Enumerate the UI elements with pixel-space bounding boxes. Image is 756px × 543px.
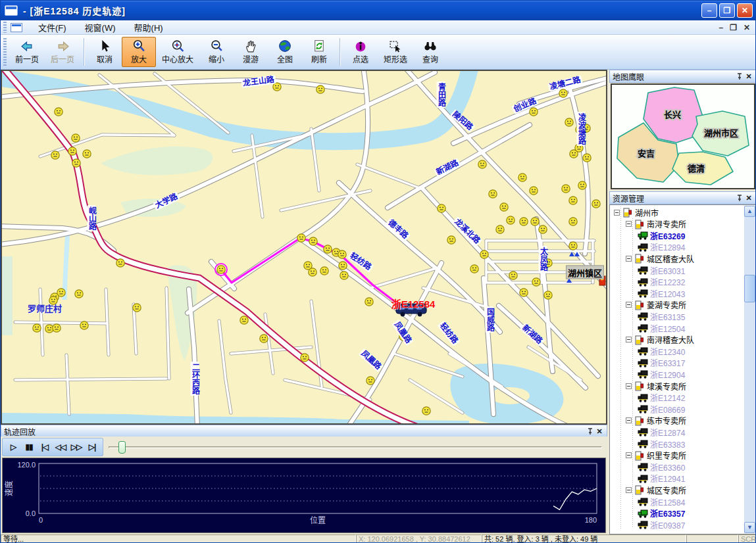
tree-vehicle-浙E12584[interactable]: 浙E12584	[638, 496, 685, 508]
toolbar-button-矩形选[interactable]: 矩形选	[378, 37, 413, 67]
tree-vehicle-浙E63269[interactable]: 浙E63269	[638, 229, 685, 241]
toolbar-button-全图[interactable]: 全图	[268, 37, 302, 67]
menu-grip[interactable]	[3, 22, 7, 33]
vehicle-smiley-marker[interactable]	[365, 298, 373, 306]
pause-button[interactable]: ▮▮	[21, 440, 37, 454]
vehicle-smiley-marker[interactable]	[33, 324, 41, 332]
vehicle-smiley-marker[interactable]	[532, 278, 540, 286]
vehicle-smiley-marker[interactable]	[544, 291, 552, 299]
tree-vehicle-浙E12340[interactable]: 浙E12340	[638, 345, 685, 357]
tree-vehicle-浙E12142[interactable]: 浙E12142	[638, 392, 685, 404]
vehicle-smiley-marker[interactable]	[507, 216, 515, 224]
vehicle-smiley-marker[interactable]	[55, 108, 63, 116]
minimize-button[interactable]: –	[701, 3, 717, 18]
vehicle-smiley-marker[interactable]	[569, 218, 577, 225]
vehicle-smiley-marker[interactable]	[592, 200, 600, 208]
map-canvas[interactable]	[2, 71, 606, 423]
tree-vehicle-浙E09387[interactable]: 浙E09387	[638, 519, 685, 531]
vehicle-smiley-marker[interactable]	[447, 236, 455, 244]
tree-node-练市专卖所[interactable]: 练市专卖所	[626, 415, 686, 427]
vehicle-smiley-marker[interactable]	[496, 225, 504, 233]
vehicle-smiley-marker[interactable]	[489, 190, 497, 198]
vehicle-smiley-marker[interactable]	[478, 160, 486, 168]
vehicle-smiley-marker[interactable]	[438, 204, 445, 212]
map-viewport[interactable]: 龙王山路青田路凌塘二路创业路陵阳路凌波塘路新湖路大学路岘山路德丰路龙溪北路太凤路…	[1, 70, 607, 425]
toolbar-button-前一页[interactable]: 前一页	[9, 37, 45, 67]
collapse-icon[interactable]	[626, 221, 632, 227]
vehicle-smiley-marker[interactable]	[297, 234, 305, 242]
collapse-icon[interactable]	[626, 383, 632, 389]
vehicle-smiley-marker[interactable]	[51, 151, 59, 159]
vehicle-smiley-marker[interactable]	[80, 321, 88, 329]
vehicle-smiley-marker[interactable]	[68, 147, 76, 155]
tree-node-城区稽查大队[interactable]: 城区稽查大队	[626, 252, 694, 264]
tree-node-南浔专卖所[interactable]: 南浔专卖所	[626, 218, 686, 230]
restore-button[interactable]: ❐	[719, 3, 735, 18]
vehicle-smiley-marker[interactable]	[562, 185, 570, 193]
toolbar-button-点选[interactable]: 点选	[343, 37, 378, 67]
scroll-up-icon[interactable]: ▲	[744, 206, 755, 217]
menu-item-2[interactable]: 帮助(H)	[125, 20, 172, 35]
vehicle-smiley-marker[interactable]	[366, 377, 374, 385]
toolbar-button-刷新[interactable]: 刷新	[302, 37, 336, 67]
tree-vehicle-浙E12874[interactable]: 浙E12874	[638, 426, 685, 438]
skip-end-button[interactable]: ▷|	[84, 440, 100, 454]
tree-scrollbar[interactable]: ▲ ▼	[744, 206, 755, 533]
vehicle-smiley-marker[interactable]	[500, 203, 508, 211]
toolbar-button-漫游[interactable]: 漫游	[234, 37, 268, 67]
tree-vehicle-浙E12894[interactable]: 浙E12894	[638, 241, 685, 253]
tree-vehicle-浙E63357[interactable]: 浙E63357	[638, 508, 685, 519]
vehicle-smiley-marker[interactable]	[309, 268, 316, 276]
tree-vehicle-浙E63383[interactable]: 浙E63383	[638, 438, 685, 450]
vehicle-smiley-marker[interactable]	[530, 187, 538, 195]
toolbar-button-查询[interactable]: 查询	[413, 37, 447, 67]
tree-vehicle-浙E12504[interactable]: 浙E12504	[638, 322, 685, 334]
toolbar-button-后一页[interactable]: 后一页	[45, 37, 80, 67]
resource-close-icon[interactable]: ✕	[744, 193, 753, 202]
vehicle-tree[interactable]: 湖州市南浔专卖所浙E63269浙E12894城区稽查大队浙E63031浙E122…	[609, 204, 756, 534]
vehicle-smiley-marker[interactable]	[520, 289, 528, 296]
tree-vehicle-浙E08669[interactable]: 浙E08669	[638, 403, 685, 415]
rewind-button[interactable]: ◁◁	[53, 440, 68, 454]
vehicle-smiley-marker[interactable]	[569, 197, 577, 204]
vehicle-smiley-marker[interactable]	[116, 259, 124, 267]
toolbar-button-取消[interactable]: 取消	[88, 37, 122, 67]
tree-vehicle-浙E63135[interactable]: 浙E63135	[638, 310, 685, 322]
collapse-icon[interactable]	[626, 417, 632, 423]
tree-node-埭溪专卖所[interactable]: 埭溪专卖所	[626, 380, 686, 392]
mdi-close-button[interactable]: ✕	[743, 23, 750, 32]
vehicle-smiley-marker[interactable]	[520, 218, 528, 225]
tree-node-织里专卖所[interactable]: 织里专卖所	[626, 450, 686, 461]
vehicle-smiley-marker[interactable]	[83, 150, 91, 158]
tree-vehicle-浙E12941[interactable]: 浙E12941	[638, 473, 685, 484]
tree-vehicle-浙E63317[interactable]: 浙E63317	[638, 357, 685, 369]
overview-map[interactable]: 长兴湖州市区安吉德清	[611, 83, 755, 189]
play-button[interactable]: ▷	[5, 440, 21, 454]
overview-close-icon[interactable]: ✕	[744, 72, 753, 81]
vehicle-smiley-marker[interactable]	[569, 242, 577, 250]
pin-icon[interactable]	[735, 72, 744, 81]
slider-thumb[interactable]	[118, 441, 126, 454]
vehicle-smiley-marker[interactable]	[338, 250, 346, 258]
collapse-icon[interactable]	[614, 210, 620, 216]
vehicle-smiley-marker[interactable]	[316, 85, 324, 93]
mdi-restore-button[interactable]: ❐	[730, 23, 737, 32]
vehicle-smiley-marker[interactable]	[75, 290, 83, 298]
vehicle-smiley-marker[interactable]	[518, 174, 526, 181]
playback-close-icon[interactable]: ✕	[595, 427, 604, 436]
vehicle-smiley-marker[interactable]	[72, 159, 80, 167]
fast-forward-button[interactable]: ▷▷	[68, 440, 84, 454]
close-button[interactable]: ✕	[737, 3, 753, 18]
vehicle-smiley-marker[interactable]	[531, 218, 539, 225]
vehicle-smiley-marker[interactable]	[273, 83, 281, 91]
tree-node-菱湖专卖所[interactable]: 菱湖专卖所	[626, 299, 686, 311]
tree-node-城区专卖所[interactable]: 城区专卖所	[626, 484, 686, 496]
toolbar-button-放大[interactable]: 放大	[122, 37, 156, 67]
vehicle-smiley-marker[interactable]	[309, 237, 317, 245]
vehicle-smiley-marker[interactable]	[583, 154, 591, 162]
pin-icon[interactable]	[586, 427, 595, 436]
pin-icon[interactable]	[735, 193, 744, 202]
collapse-icon[interactable]	[626, 487, 632, 493]
vehicle-smiley-marker[interactable]	[340, 272, 348, 279]
toolbar-grip[interactable]	[3, 38, 7, 66]
